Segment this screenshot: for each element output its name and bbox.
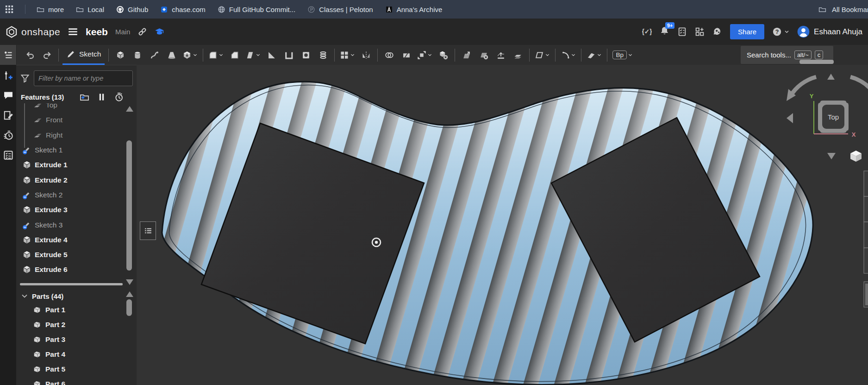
user-account-menu[interactable]: Eshaan Ahuja: [797, 25, 862, 38]
view-cube-face-label[interactable]: Top: [828, 113, 839, 121]
part-part-5[interactable]: Part 5: [16, 362, 125, 377]
feature-extrude-4[interactable]: Extrude 4: [16, 233, 125, 247]
toolbar-scroll-pill[interactable]: [799, 60, 834, 64]
part-part-2[interactable]: Part 2: [16, 317, 125, 332]
rotate-down-arrow[interactable]: [827, 153, 836, 159]
tool-thicken-button[interactable]: [181, 47, 199, 63]
tool-shell-button[interactable]: [281, 47, 296, 63]
featurescript-check-icon[interactable]: {✓}: [642, 27, 652, 37]
app-store-icon[interactable]: [695, 27, 705, 37]
share-button[interactable]: Share: [730, 24, 764, 39]
feature-sketch-3[interactable]: Sketch 3: [16, 217, 125, 232]
variables-panel-button[interactable]: [3, 70, 13, 81]
apps-grid-icon[interactable]: [5, 5, 14, 14]
help-menu[interactable]: ?: [772, 27, 789, 37]
bookmark-more[interactable]: more: [37, 6, 64, 13]
feature-extrude-6[interactable]: Extrude 6: [16, 262, 125, 277]
tool-loft-button[interactable]: [164, 47, 179, 63]
feature-list-flyout-button[interactable]: [140, 221, 156, 240]
tool-curve-button[interactable]: [559, 47, 577, 63]
bookmark-classes-peloton[interactable]: Classes | Peloton: [307, 6, 373, 13]
tool-undo-button[interactable]: [22, 47, 37, 63]
tool-delete-part-button[interactable]: [436, 47, 451, 63]
features-scroll-down[interactable]: [126, 279, 133, 285]
ai-advisor-icon[interactable]: [712, 27, 722, 37]
part-part-4[interactable]: Part 4: [16, 347, 125, 362]
panel-splitter[interactable]: [20, 283, 123, 285]
right-edge-panel-thumb[interactable]: [865, 284, 868, 305]
tool-fillet-button[interactable]: [207, 47, 225, 63]
tool-move-face-button[interactable]: [459, 47, 474, 63]
rotate-left-arrow[interactable]: [787, 113, 793, 123]
release-tasks-icon[interactable]: [677, 27, 687, 37]
isometric-view-icon[interactable]: [850, 151, 862, 162]
feature-extrude-3[interactable]: Extrude 3: [16, 202, 125, 217]
part-part-1[interactable]: Part 1: [16, 303, 125, 317]
suppress-pause-icon[interactable]: [97, 92, 106, 102]
tool-rib-button[interactable]: [264, 47, 279, 63]
features-scrollbar-thumb[interactable]: [126, 140, 132, 271]
share-link-icon[interactable]: [137, 27, 147, 37]
feature-sketch-2[interactable]: Sketch 2: [16, 188, 125, 202]
tool-split-button[interactable]: [399, 47, 414, 63]
view-cube[interactable]: Top Y X: [787, 74, 868, 159]
feature-front[interactable]: Front: [16, 113, 125, 127]
tool-transform-button[interactable]: [416, 47, 434, 63]
tool-redo-button[interactable]: [39, 47, 55, 63]
feature-extrude-2[interactable]: Extrude 2: [16, 172, 125, 187]
history-panel-button[interactable]: [3, 130, 13, 140]
learning-center-icon[interactable]: [155, 27, 164, 37]
main-menu-icon[interactable]: [68, 26, 78, 37]
features-scroll-up[interactable]: [126, 106, 133, 112]
tool-extrude-button[interactable]: [112, 47, 128, 63]
bookmark-chase-com[interactable]: chase.com: [160, 6, 206, 13]
search-tools-label: Search tools...: [747, 51, 791, 59]
rollback-history-icon[interactable]: [114, 92, 124, 102]
tool-sweep-button[interactable]: [147, 47, 162, 63]
checklist-panel-button[interactable]: [3, 150, 13, 160]
tool-draft-button[interactable]: [244, 47, 262, 63]
tool-boolean-button[interactable]: [381, 47, 397, 63]
feature-sketch-1[interactable]: Sketch 1: [16, 143, 125, 158]
tool-hole-button[interactable]: [298, 47, 313, 63]
tool-replace-face-button[interactable]: [510, 47, 525, 63]
feature-top[interactable]: Top: [16, 103, 125, 113]
part-part-3[interactable]: Part 3: [16, 332, 125, 347]
part-part-6[interactable]: Part 6: [16, 377, 125, 385]
filter-input[interactable]: [34, 70, 133, 86]
rotate-cw-arrow[interactable]: [850, 77, 868, 96]
parts-section-header[interactable]: Parts (44): [21, 291, 63, 301]
workspace-label[interactable]: Main: [115, 28, 131, 36]
rotate-up-arrow[interactable]: [827, 74, 835, 80]
filter-icon[interactable]: [20, 73, 30, 83]
notifications-button[interactable]: 9+: [660, 26, 669, 38]
feature-extrude-5[interactable]: Extrude 5: [16, 247, 125, 262]
all-bookmarks-button[interactable]: All Bookmarks: [806, 0, 868, 19]
notes-panel-button[interactable]: [3, 110, 13, 120]
tool-thread-button[interactable]: [315, 47, 331, 63]
3d-viewport-canvas[interactable]: Top Y X: [137, 65, 868, 385]
tool-linear-pattern-button[interactable]: [338, 47, 356, 63]
tool-sketch-button[interactable]: Sketch: [62, 45, 105, 65]
bookmark-github[interactable]: Github: [116, 6, 148, 13]
tool-surface-button[interactable]: [585, 47, 603, 63]
feature-right[interactable]: Right: [16, 128, 125, 143]
tool-mirror-button[interactable]: [358, 47, 374, 63]
tool-offset-surface-button[interactable]: [493, 47, 508, 63]
tool-custom-feature-bp-button[interactable]: Bp: [611, 47, 634, 63]
parts-scroll-up[interactable]: [126, 291, 133, 297]
parts-scrollbar-thumb[interactable]: [126, 299, 132, 316]
feature-extrude-1[interactable]: Extrude 1: [16, 158, 125, 172]
tool-revolve-button[interactable]: [130, 47, 145, 63]
feature-list-toggle-button[interactable]: [0, 45, 17, 65]
bookmark-anna-s-archive[interactable]: Anna's Archive: [385, 6, 443, 13]
new-folder-icon[interactable]: [80, 92, 89, 102]
bookmark-local[interactable]: Local: [76, 6, 104, 13]
tool-delete-face-button[interactable]: [476, 47, 491, 63]
onshape-logo[interactable]: onshape: [6, 26, 60, 38]
tool-plane-button[interactable]: [533, 47, 551, 63]
comments-panel-button[interactable]: [3, 90, 13, 101]
bookmark-full-github-commit[interactable]: Full GitHub Commit...: [218, 6, 295, 13]
tool-chamfer-button[interactable]: [227, 47, 242, 63]
document-title[interactable]: keeb: [86, 26, 108, 38]
